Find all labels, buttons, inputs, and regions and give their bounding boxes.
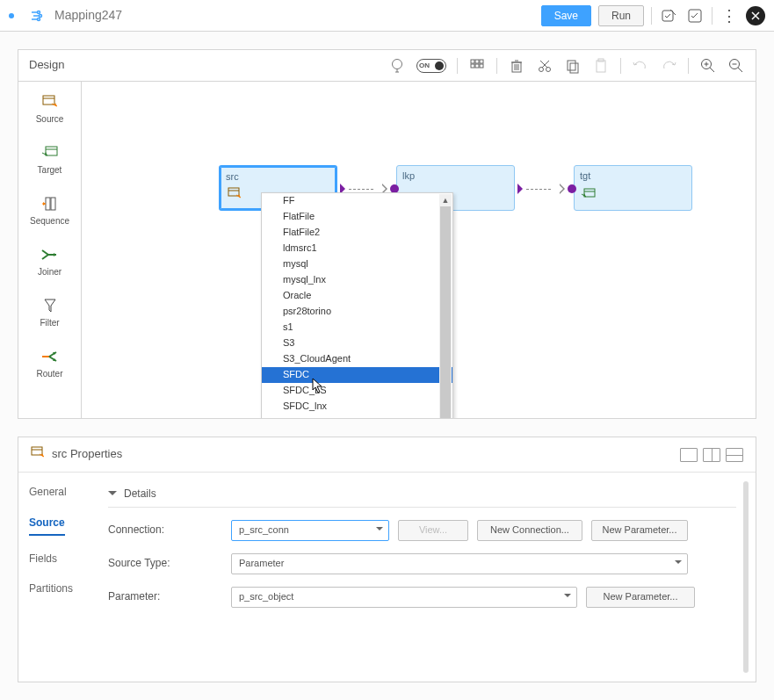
dropdown-item[interactable]: S3: [262, 336, 452, 351]
dropdown-item[interactable]: FlatFile: [262, 209, 452, 225]
svg-point-1: [38, 11, 40, 13]
view-button: View...: [398, 520, 468, 541]
grid-icon[interactable]: [468, 57, 486, 75]
dropdown-item[interactable]: S3_CloudAgent: [262, 351, 452, 367]
design-panel: Design ON: [18, 49, 756, 419]
scroll-up-icon[interactable]: ▲: [439, 194, 452, 206]
connection-dropdown-popup: FFFlatFileFlatFile2ldmsrc1mysqlmysql_lnx…: [261, 192, 453, 418]
target-icon: [582, 188, 596, 205]
dropdown-item[interactable]: SFDC_lnx: [262, 399, 452, 415]
svg-rect-13: [480, 60, 483, 63]
dropdown-item[interactable]: ldmsrc1: [262, 241, 452, 256]
palette-item-source[interactable]: Source: [18, 82, 81, 133]
palette-item-sequence[interactable]: Sequence: [18, 184, 81, 235]
svg-rect-43: [51, 198, 55, 210]
design-title: Design: [29, 57, 64, 73]
view-split-h-icon[interactable]: [726, 448, 743, 462]
mapping-icon: [30, 9, 51, 23]
svg-rect-6: [662, 11, 673, 21]
node-tgt[interactable]: tgt: [574, 165, 692, 211]
auto-layout-toggle[interactable]: ON: [416, 59, 446, 73]
undo-icon: [632, 57, 649, 75]
more-menu-icon[interactable]: ⋮: [720, 6, 739, 25]
connection-select[interactable]: p_src_conn: [231, 520, 389, 541]
dropdown-item[interactable]: mysql: [262, 256, 452, 272]
dropdown-item[interactable]: psr28torino: [262, 304, 452, 320]
parameter-select[interactable]: p_src_object: [231, 587, 577, 608]
svg-rect-16: [480, 64, 483, 68]
checklist-icon[interactable]: [685, 6, 705, 25]
copy-icon[interactable]: [564, 57, 582, 75]
view-split-v-icon[interactable]: [703, 448, 720, 462]
form-scrollbar[interactable]: [743, 481, 749, 673]
tab-general[interactable]: General: [29, 485, 103, 500]
target-icon: [41, 145, 59, 161]
source-icon: [31, 446, 45, 463]
run-button[interactable]: Run: [598, 5, 644, 26]
redo-icon: [660, 57, 677, 75]
properties-tabs: GeneralSourceFieldsPartitions: [18, 473, 103, 682]
palette-item-filter[interactable]: Filter: [18, 285, 81, 336]
svg-line-26: [540, 61, 547, 68]
svg-rect-11: [471, 60, 474, 63]
svg-point-24: [546, 67, 551, 71]
svg-point-8: [393, 59, 402, 69]
filter-icon: [41, 298, 59, 314]
svg-line-36: [738, 68, 742, 72]
scroll-thumb[interactable]: [440, 206, 451, 418]
palette-item-label: Filter: [40, 317, 59, 329]
close-icon[interactable]: [746, 6, 765, 25]
svg-line-25: [542, 61, 549, 68]
source-type-select[interactable]: Parameter: [231, 553, 688, 574]
tab-source[interactable]: Source: [29, 516, 65, 536]
popup-scrollbar[interactable]: ▲ ▼: [439, 194, 452, 418]
dropdown-item[interactable]: SFDC: [262, 367, 452, 383]
chevron-down-icon: [564, 594, 571, 601]
cut-icon[interactable]: [536, 57, 553, 75]
view-single-icon[interactable]: [680, 448, 698, 462]
dropdown-item[interactable]: s1: [262, 320, 452, 336]
chevron-down-icon: [675, 560, 682, 567]
zoom-out-icon[interactable]: [727, 57, 745, 75]
dropdown-item[interactable]: FlatFile2: [262, 225, 452, 241]
node-label: lkp: [402, 170, 509, 183]
new-parameter-button[interactable]: New Parameter...: [591, 520, 688, 541]
source-icon: [228, 187, 242, 204]
tab-fields[interactable]: Fields: [29, 552, 103, 566]
hint-icon[interactable]: [388, 57, 406, 75]
palette-item-label: Source: [36, 113, 64, 126]
svg-rect-14: [471, 64, 474, 68]
section-header[interactable]: Details: [108, 483, 736, 508]
palette-item-label: Router: [36, 368, 62, 380]
tab-partitions[interactable]: Partitions: [29, 581, 103, 596]
dropdown-item[interactable]: Oracle: [262, 288, 452, 304]
palette-item-joiner[interactable]: Joiner: [18, 235, 81, 285]
dropdown-item[interactable]: SK_Con_MySQL: [262, 415, 452, 418]
paste-icon: [592, 57, 610, 75]
delete-icon[interactable]: [508, 57, 525, 75]
palette-item-label: Sequence: [30, 215, 69, 227]
svg-rect-27: [568, 61, 575, 70]
svg-point-23: [539, 67, 544, 71]
new-connection-button[interactable]: New Connection...: [477, 520, 582, 541]
page-title: Mapping247: [51, 7, 541, 25]
transformation-palette: SourceTargetSequenceJoinerFilterRouter: [18, 82, 82, 418]
svg-rect-46: [584, 189, 595, 197]
port-anchor-icon: [567, 184, 577, 194]
dropdown-item[interactable]: FF: [262, 193, 452, 209]
palette-item-router[interactable]: Router: [18, 336, 81, 387]
palette-item-target[interactable]: Target: [18, 133, 81, 184]
save-button[interactable]: Save: [541, 5, 591, 26]
svg-point-3: [40, 14, 42, 17]
joiner-icon: [41, 247, 59, 263]
design-canvas[interactable]: src lkp tgt: [82, 82, 756, 418]
svg-rect-44: [228, 188, 239, 196]
svg-rect-15: [475, 64, 479, 68]
new-parameter-button-2[interactable]: New Parameter...: [586, 587, 695, 608]
dropdown-item[interactable]: mysql_lnx: [262, 272, 452, 288]
dropdown-item[interactable]: SFDC_LS: [262, 383, 452, 399]
zoom-in-icon[interactable]: [699, 57, 717, 75]
validate-icon[interactable]: [659, 6, 678, 25]
section-title: Details: [124, 487, 156, 502]
node-label: tgt: [580, 170, 686, 183]
